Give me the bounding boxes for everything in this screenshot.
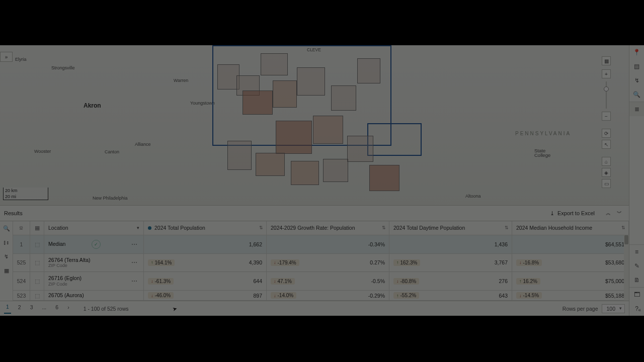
delta-pill: 162.3% — [393, 259, 420, 266]
results-header-bar: Results ⤓ Export to Excel ︽ ︾ — [0, 205, 629, 221]
rail-chart-icon[interactable]: ⫿⫾ — [0, 235, 13, 249]
side-tool-pin-icon[interactable]: 📍 — [629, 45, 645, 59]
cell-value: 1,662 — [249, 241, 262, 247]
table-mode-rail: 🔍 ⫿⫾ ↯ ▦ — [0, 221, 13, 301]
cell-value: $53,680 — [605, 259, 624, 265]
home-extent-button[interactable]: ⌂ — [602, 157, 611, 166]
table-header-row: ⛭ ▦ Location▾ 2024 Total Population⇅ 202… — [13, 221, 629, 235]
row-type-icon: ⬚ — [30, 272, 44, 290]
table-scrollbar[interactable] — [624, 235, 629, 301]
delta-pill: 164.1% — [148, 259, 175, 266]
cell-value: -0.34% — [368, 241, 385, 247]
row-type-icon: ⬚ — [30, 291, 44, 300]
cell-value: 0.27% — [370, 259, 385, 265]
column-header-population[interactable]: 2024 Total Population⇅ — [144, 221, 267, 235]
zoom-out-button[interactable]: − — [602, 112, 611, 121]
table-row-median[interactable]: 1 ⬚ Median ✓ ⋯ 1,662 -0.34% 1,436 $64,55… — [13, 235, 629, 254]
cell-value: $64,551 — [605, 241, 624, 247]
map-label: Elyria — [15, 57, 27, 62]
cell-value: $55,188 — [605, 293, 624, 299]
map-label-state: PENNSYLVANIA — [515, 131, 571, 136]
row-index: 525 — [13, 254, 30, 272]
map-canvas[interactable]: Elyria Strongsville Akron Warren Youngst… — [0, 45, 629, 205]
table-row[interactable]: 525 ⬚ 26764 (Terra Alta) ZIP Code ⋯ 164.… — [13, 254, 629, 273]
export-label: Export to Excel — [557, 210, 595, 216]
collapse-down-icon[interactable]: ︾ — [614, 208, 625, 219]
map-label: Wooster — [34, 149, 51, 154]
fullscreen-button[interactable]: ▭ — [602, 179, 611, 188]
column-header-growth[interactable]: 2024-2029 Growth Rate: Population⇅ — [267, 221, 389, 235]
map-label: Strongsville — [51, 65, 75, 70]
cell-value: 276 — [499, 278, 508, 284]
rail-route-icon[interactable]: ↯ — [0, 249, 13, 263]
row-more-icon[interactable]: ⋯ — [129, 257, 139, 267]
column-header-type[interactable]: ▦ — [30, 221, 44, 235]
column-header-income[interactable]: 2024 Median Household Income⇅ — [512, 221, 629, 235]
zoom-slider[interactable] — [606, 81, 607, 109]
side-tool-list-icon[interactable]: ≣ — [629, 102, 645, 116]
cell-value: 897 — [253, 293, 262, 299]
cell-value: -0.5% — [371, 278, 385, 284]
rail-table-icon[interactable]: ▦ — [0, 263, 13, 278]
side-tool-stack-icon[interactable]: ≡ — [629, 245, 645, 259]
side-tool-image-icon[interactable]: 🗔 — [629, 288, 645, 302]
delta-pill: 47.1% — [271, 278, 295, 285]
collapse-right-icon[interactable]: « — [638, 307, 641, 313]
map-rotate-button[interactable]: ⟳ — [602, 129, 611, 138]
delta-pill: -61.3% — [148, 278, 174, 285]
zoom-in-button[interactable]: + — [602, 69, 611, 78]
delta-pill: 16.2% — [516, 278, 540, 285]
basemap-grid-button[interactable]: ▦ — [602, 56, 611, 65]
row-location-sub: ZIP Code — [48, 282, 82, 287]
row-selected-check-icon[interactable]: ✓ — [92, 240, 101, 249]
delta-pill: -14.5% — [516, 292, 542, 299]
page-ellipsis: ... — [40, 304, 49, 313]
map-label: New Philadelphia — [93, 196, 128, 201]
row-more-icon[interactable]: ⋯ — [129, 239, 139, 249]
page-button[interactable]: 6 — [53, 304, 60, 313]
map-label: College — [534, 152, 550, 158]
side-tool-help-icon[interactable]: ? — [629, 302, 645, 316]
map-label: Altoona — [465, 194, 481, 199]
column-header-daytime[interactable]: 2024 Total Daytime Population⇅ — [389, 221, 512, 235]
choropleth-boundary — [212, 45, 429, 205]
row-type-icon: ⬚ — [30, 235, 44, 253]
rows-per-page-select[interactable]: 100 — [602, 304, 625, 313]
cell-value: 4,390 — [249, 259, 262, 265]
page-next-icon[interactable]: › — [65, 304, 71, 313]
cell-value: -0.29% — [368, 293, 385, 299]
rail-search-icon[interactable]: 🔍 — [0, 221, 13, 235]
row-location: 26705 (Aurora) — [48, 293, 84, 299]
page-button[interactable]: 3 — [28, 304, 35, 313]
table-row[interactable]: 524 ⬚ 26716 (Eglon) ZIP Code ⋯ -61.3%644… — [13, 272, 629, 291]
cell-value: 644 — [253, 278, 262, 284]
export-to-excel-button[interactable]: ⤓ Export to Excel — [550, 210, 595, 217]
column-header-settings[interactable]: ⛭ — [13, 221, 30, 235]
side-tool-report-icon[interactable]: 🗎 — [629, 273, 645, 287]
map-pan-button[interactable]: ↖ — [602, 140, 611, 149]
table-row[interactable]: 523 ⬚ 26705 (Aurora) -46.0%897 -14.0%-0.… — [13, 291, 629, 301]
side-tool-route-icon[interactable]: ↯ — [629, 73, 645, 87]
map-label: Canton — [105, 149, 119, 154]
series-dot-icon — [148, 226, 151, 230]
map-label: Akron — [84, 102, 101, 109]
row-location-sub: ZIP Code — [48, 263, 90, 268]
locate-button[interactable]: ◈ — [602, 168, 611, 177]
pagination: 1 2 3 ... 6 › — [4, 304, 71, 314]
collapse-up-icon[interactable]: ︽ — [603, 208, 614, 219]
cursor-icon: ➤ — [172, 305, 178, 313]
delta-pill: -179.4% — [271, 259, 299, 266]
side-tool-search-icon[interactable]: 🔍 — [629, 87, 645, 102]
row-more-icon[interactable]: ⋯ — [129, 276, 139, 286]
side-tool-edit-icon[interactable]: ✎ — [629, 259, 645, 273]
delta-pill: -80.8% — [393, 278, 419, 285]
page-button[interactable]: 2 — [16, 304, 23, 313]
expand-left-panel-button[interactable]: » — [0, 52, 13, 62]
row-index: 523 — [13, 291, 30, 300]
row-location: 26764 (Terra Alta) — [48, 257, 90, 263]
page-button[interactable]: 1 — [4, 304, 11, 314]
column-header-location[interactable]: Location▾ — [44, 221, 144, 235]
side-tool-layers-icon[interactable]: ▤ — [629, 59, 645, 73]
rows-per-page-label: Rows per page — [562, 306, 598, 312]
cell-value: $75,000 — [605, 278, 624, 284]
